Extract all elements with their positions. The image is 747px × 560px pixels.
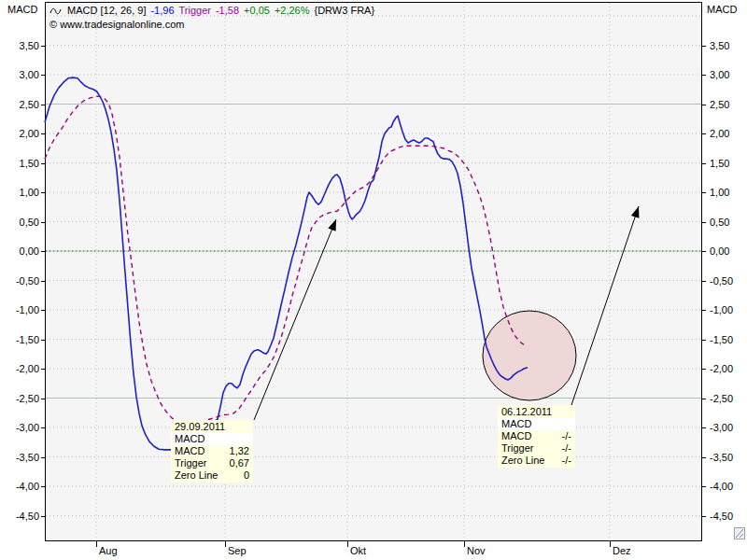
y-axis-tick [702, 399, 706, 399]
y-axis-label-left: 1,50 [6, 158, 39, 169]
y-axis-label-left: 0,00 [6, 245, 39, 257]
x-axis-tick [96, 540, 97, 547]
y-axis-label-right: 3,50 [710, 40, 729, 51]
y-axis-label-right: -1,00 [710, 304, 733, 315]
left-axis-title: MACD [7, 4, 37, 15]
y-axis-label-left: 2,00 [6, 128, 39, 139]
x-axis-month-label: Aug [99, 545, 118, 556]
tooltip-row: Zero Line 0 [171, 469, 253, 482]
y-axis-tick [41, 251, 45, 252]
y-axis-tick [41, 46, 45, 47]
y-axis-label-right: -0,50 [710, 275, 733, 287]
tooltip-row-label: Zero Line [175, 469, 218, 482]
y-axis-tick [41, 369, 45, 370]
annotation-circle [483, 311, 576, 400]
y-axis-label-left: 0,50 [6, 217, 39, 228]
x-axis-month-label: Dez [613, 545, 631, 556]
tooltip-row-value: 1,32 [230, 445, 249, 457]
right-axis-title: MACD [707, 4, 737, 15]
header-segment: +2,26% [275, 5, 310, 16]
tooltip-date-text: 06.12.2011 [501, 406, 552, 418]
y-axis-label-left: -2,00 [6, 363, 39, 374]
y-axis-label-right: 3,00 [710, 69, 729, 80]
tooltip-row-value: 0 [244, 469, 249, 482]
chart-canvas [0, 0, 747, 560]
tooltip-row-value: -/- [562, 442, 571, 455]
data-tooltip-dec06: 06.12.2011 MACD MACD -/- Trigger -/- Zer… [498, 405, 575, 468]
tooltip-row-label: MACD [501, 430, 531, 442]
x-axis-month-label: Sep [228, 545, 247, 556]
y-axis-tick [702, 192, 706, 193]
y-axis-label-right: -2,00 [710, 363, 733, 374]
copyright-text: © www.tradesignalonline.com [49, 19, 184, 30]
y-axis-label-left: -3,00 [6, 422, 39, 433]
y-axis-tick [702, 369, 706, 370]
macd-chart-window: MACD MACD MACD [12, 26, 9]-1,96Trigger-1… [0, 0, 747, 560]
tooltip-row-label: Trigger [501, 442, 533, 455]
y-axis-label-right: 1,00 [710, 187, 729, 198]
y-axis-label-left: -4,00 [6, 481, 39, 492]
y-axis-label-right: 0,00 [710, 245, 729, 257]
y-axis-tick [41, 105, 45, 105]
y-axis-tick [41, 133, 45, 134]
y-axis-tick [41, 427, 45, 428]
y-axis-tick [41, 192, 45, 193]
tooltip-row: Trigger -/- [498, 442, 575, 455]
y-axis-tick [41, 457, 45, 458]
y-axis-label-left: 3,50 [6, 40, 39, 51]
y-axis-label-right: 0,50 [710, 217, 729, 228]
tooltip-row-label: Trigger [175, 457, 206, 469]
y-axis-tick [702, 133, 706, 134]
y-axis-label-right: -2,50 [710, 393, 733, 404]
y-axis-tick [41, 486, 45, 487]
y-axis-label-left: -1,50 [6, 334, 39, 345]
tooltip-row-label: Zero Line [501, 455, 544, 467]
y-axis-label-right: 2,50 [710, 99, 729, 110]
y-axis-tick [41, 310, 45, 311]
tooltip-date: 29.09.2011 [171, 421, 253, 433]
y-axis-label-left: 3,00 [6, 69, 39, 80]
y-axis-tick [702, 310, 706, 311]
y-axis-label-right: -1,50 [710, 334, 733, 345]
annotation-arrow-line [571, 206, 639, 405]
y-axis-tick [41, 163, 45, 164]
y-axis-label-right: -4,50 [710, 511, 733, 522]
y-axis-label-left: -0,50 [6, 275, 39, 287]
annotation-arrowhead [631, 206, 640, 218]
y-axis-label-right: -3,50 [710, 452, 733, 463]
resize-grip-icon[interactable] [734, 527, 745, 539]
y-axis-tick [41, 340, 45, 341]
y-axis-label-right: -4,00 [710, 481, 733, 492]
y-axis-tick [702, 46, 706, 47]
y-axis-tick [702, 516, 706, 517]
tooltip-row-value: 0,67 [230, 457, 249, 469]
header-segment: -1,58 [216, 5, 239, 16]
x-axis-tick [225, 540, 226, 547]
tooltip-indicator-row: MACD [171, 433, 253, 445]
y-axis-tick [702, 457, 706, 458]
y-axis-tick [702, 340, 706, 341]
y-axis-tick [702, 486, 706, 487]
y-axis-label-left: -1,00 [6, 304, 39, 315]
trigger-line [45, 96, 527, 426]
y-axis-label-left: -2,50 [6, 393, 39, 404]
x-axis-month-label: Nov [467, 545, 486, 556]
y-axis-tick [41, 75, 45, 76]
data-tooltip-sep29: 29.09.2011 MACD MACD 1,32 Trigger 0,67 Z… [171, 420, 253, 483]
y-axis-tick [702, 251, 706, 252]
tooltip-date-text: 29.09.2011 [175, 421, 225, 433]
tooltip-row-label: MACD [175, 445, 204, 457]
y-axis-tick [41, 516, 45, 517]
header-segment: {DRW3 FRA} [315, 5, 375, 16]
y-axis-tick [702, 75, 706, 76]
tooltip-row: MACD 1,32 [171, 445, 253, 457]
annotation-arrowhead [328, 219, 336, 231]
header-segment: Trigger [179, 5, 211, 16]
y-axis-tick [702, 105, 706, 105]
tooltip-indicator-text: MACD [501, 418, 531, 430]
y-axis-label-right: -3,00 [710, 422, 733, 433]
y-axis-tick [702, 163, 706, 164]
y-axis-tick [702, 281, 706, 282]
y-axis-tick [41, 281, 45, 282]
y-axis-tick [702, 222, 706, 223]
